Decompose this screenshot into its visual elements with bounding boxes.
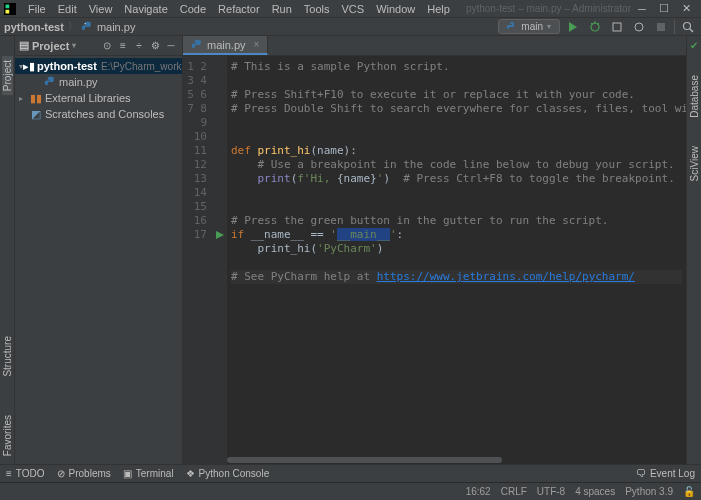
tree-scratches-label: Scratches and Consoles (45, 108, 164, 120)
expand-arrow-icon[interactable]: ▸ (19, 94, 29, 103)
tree-project-name: python-test (37, 60, 97, 72)
indent-config[interactable]: 4 spaces (575, 486, 615, 497)
menu-window[interactable]: Window (370, 3, 421, 15)
menu-code[interactable]: Code (174, 3, 212, 15)
tree-external-libraries[interactable]: ▸ ▮▮ External Libraries (15, 90, 182, 106)
folder-icon: ▸▮ (23, 59, 35, 73)
run-config-name: main (521, 21, 543, 32)
code-editor[interactable]: 1 2 3 4 5 6 7 8 9 10 11 12 13 14 15 16 1… (183, 56, 686, 464)
python-file-icon (191, 39, 203, 51)
event-log-icon: 🗨 (636, 468, 646, 479)
menu-view[interactable]: View (83, 3, 119, 15)
terminal-icon: ▣ (123, 468, 132, 479)
run-button[interactable] (564, 18, 582, 36)
svg-point-9 (635, 23, 643, 31)
left-tool-stripe: Project Structure Favorites (0, 36, 15, 464)
menu-edit[interactable]: Edit (52, 3, 83, 15)
settings-button[interactable]: ⚙ (148, 39, 162, 53)
tree-file-name: main.py (59, 76, 98, 88)
tree-project-root[interactable]: ▾ ▸▮ python-test E:\PyCharm_workspace\py… (15, 58, 182, 74)
bottom-toolbar: ≡TODO ⊘Problems ▣Terminal ❖Python Consol… (0, 464, 701, 482)
run-coverage-button[interactable] (608, 18, 626, 36)
window-title: python-test – main.py – Administrator (466, 3, 631, 14)
chevron-down-icon: ▾ (72, 41, 76, 50)
right-tool-stripe: ✔ Database SciView (686, 36, 701, 464)
line-separator[interactable]: CRLF (501, 486, 527, 497)
sciview-tool-tab[interactable]: SciView (689, 142, 700, 185)
database-tool-tab[interactable]: Database (689, 71, 700, 122)
close-button[interactable]: ✕ (675, 2, 697, 16)
select-opened-file-button[interactable]: ⊙ (100, 39, 114, 53)
breadcrumb-file: main.py (97, 21, 136, 33)
maximize-button[interactable]: ☐ (653, 2, 675, 16)
readonly-lock-icon[interactable]: 🔓 (683, 486, 695, 497)
editor-tab-label: main.py (207, 39, 246, 51)
gutter-icons (213, 56, 227, 464)
project-tool-tab[interactable]: Project (2, 56, 13, 95)
svg-point-11 (684, 22, 691, 29)
menu-tools[interactable]: Tools (298, 3, 336, 15)
svg-rect-8 (613, 23, 621, 31)
sidebar-header: ▤ Project ▾ ⊙ ≡ ÷ ⚙ ─ (15, 36, 182, 56)
expand-all-button[interactable]: ≡ (116, 39, 130, 53)
folder-icon: ▤ (19, 39, 29, 52)
event-log-tab[interactable]: 🗨Event Log (636, 468, 695, 479)
minimize-button[interactable]: ─ (631, 2, 653, 16)
terminal-tab[interactable]: ▣Terminal (123, 468, 174, 479)
file-encoding[interactable]: UTF-8 (537, 486, 565, 497)
python-console-tab[interactable]: ❖Python Console (186, 468, 270, 479)
svg-line-12 (690, 29, 693, 32)
debug-button[interactable] (586, 18, 604, 36)
menu-file[interactable]: File (22, 3, 52, 15)
code-content[interactable]: # This is a sample Python script. # Pres… (227, 56, 686, 464)
stop-button[interactable] (652, 18, 670, 36)
titlebar: File Edit View Navigate Code Refactor Ru… (0, 0, 701, 18)
chevron-down-icon: ▾ (547, 22, 551, 31)
editor-area: main.py × 1 2 3 4 5 6 7 8 9 10 11 12 13 … (183, 36, 686, 464)
scratches-icon: ◩ (29, 107, 43, 121)
breadcrumb[interactable]: python-test 〉 main.py (4, 20, 135, 33)
problems-icon: ⊘ (57, 468, 65, 479)
inspection-ok-icon[interactable]: ✔ (690, 40, 698, 51)
collapse-all-button[interactable]: ÷ (132, 39, 146, 53)
editor-tab[interactable]: main.py × (183, 36, 268, 55)
close-tab-button[interactable]: × (254, 39, 260, 50)
tree-project-path: E:\PyCharm_workspace\python-test (101, 61, 182, 72)
tree-scratches[interactable]: ◩ Scratches and Consoles (15, 106, 182, 122)
app-logo (4, 3, 16, 15)
hide-button[interactable]: ─ (164, 39, 178, 53)
profile-button[interactable] (630, 18, 648, 36)
svg-rect-2 (6, 9, 10, 13)
menu-vcs[interactable]: VCS (336, 3, 371, 15)
navigation-bar: python-test 〉 main.py main ▾ (0, 18, 701, 36)
project-tree[interactable]: ▾ ▸▮ python-test E:\PyCharm_workspace\py… (15, 56, 182, 464)
todo-tab[interactable]: ≡TODO (6, 468, 45, 479)
editor-tabbar: main.py × (183, 36, 686, 56)
menu-refactor[interactable]: Refactor (212, 3, 266, 15)
tree-external-label: External Libraries (45, 92, 131, 104)
run-controls: main ▾ (498, 18, 697, 36)
sidebar-title[interactable]: ▤ Project ▾ (19, 39, 76, 52)
breadcrumb-project: python-test (4, 21, 64, 33)
line-number-gutter: 1 2 3 4 5 6 7 8 9 10 11 12 13 14 15 16 1… (183, 56, 213, 464)
svg-rect-10 (657, 23, 665, 31)
breadcrumb-file-icon (81, 21, 93, 33)
project-sidebar: ▤ Project ▾ ⊙ ≡ ÷ ⚙ ─ ▾ ▸▮ python-test E… (15, 36, 183, 464)
favorites-tool-tab[interactable]: Favorites (2, 411, 13, 460)
menu-run[interactable]: Run (266, 3, 298, 15)
menu-navigate[interactable]: Navigate (118, 3, 173, 15)
problems-tab[interactable]: ⊘Problems (57, 468, 111, 479)
tree-file[interactable]: main.py (15, 74, 182, 90)
structure-tool-tab[interactable]: Structure (2, 332, 13, 381)
scrollbar-thumb[interactable] (227, 457, 502, 463)
run-config-selector[interactable]: main ▾ (498, 19, 560, 34)
horizontal-scrollbar[interactable] (227, 456, 686, 464)
todo-icon: ≡ (6, 468, 12, 479)
statusbar: 16:62 CRLF UTF-8 4 spaces Python 3.9 🔓 (0, 482, 701, 500)
menu-help[interactable]: Help (421, 3, 456, 15)
caret-position[interactable]: 16:62 (466, 486, 491, 497)
python-interpreter[interactable]: Python 3.9 (625, 486, 673, 497)
main-area: Project Structure Favorites ▤ Project ▾ … (0, 36, 701, 464)
search-everywhere-button[interactable] (679, 18, 697, 36)
console-icon: ❖ (186, 468, 195, 479)
